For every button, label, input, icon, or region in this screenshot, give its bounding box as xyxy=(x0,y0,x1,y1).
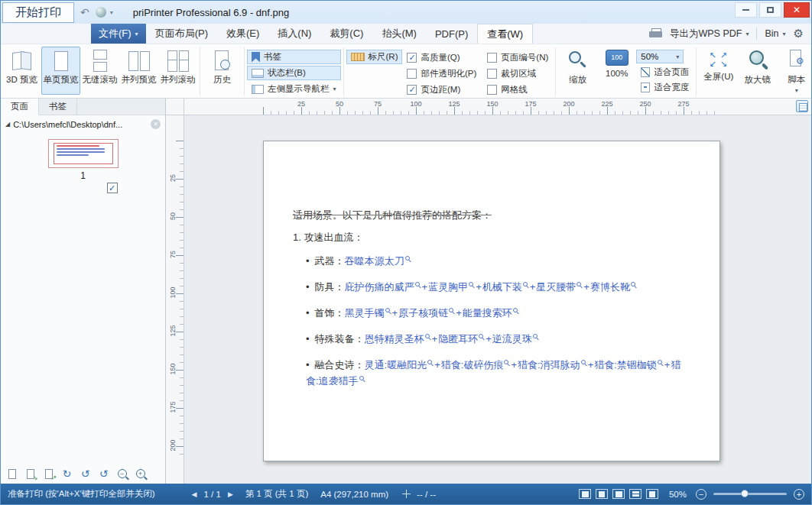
zoom-in-button[interactable]: + xyxy=(794,489,804,500)
zoom-in-icon[interactable]: + xyxy=(133,467,148,481)
search-magnifier-icon[interactable] xyxy=(359,376,364,380)
item-link[interactable]: 恩特精灵圣杯 xyxy=(365,333,424,345)
search-magnifier-icon[interactable] xyxy=(425,334,430,338)
new-page-icon[interactable] xyxy=(5,467,19,481)
rotate-ccw-icon[interactable]: ↺ xyxy=(78,467,93,481)
zoom-100-button[interactable]: 100% xyxy=(597,47,636,95)
item-link[interactable]: 猎食:破碎伤痕 xyxy=(441,359,504,371)
tab-查看(W)[interactable]: 查看(W) xyxy=(477,24,533,44)
export-wps-pdf-button[interactable]: 导出为WPS PDF ▾ xyxy=(670,28,749,40)
search-magnifier-icon[interactable] xyxy=(533,334,538,338)
page-thumbnail[interactable]: 1 ✓ xyxy=(1,139,165,193)
checkbox-部件透明化(P)[interactable]: 部件透明化(P) xyxy=(407,68,476,79)
item-link[interactable]: 吞噬本源太刀 xyxy=(345,255,404,267)
paper-size-info[interactable]: A4 (297,210 mm) xyxy=(320,490,388,499)
panel-close-icon[interactable]: ✕ xyxy=(151,119,161,129)
zoom-level-select[interactable]: 50% ▾ xyxy=(636,50,684,63)
next-page-icon[interactable]: ▶ xyxy=(228,490,233,498)
item-link[interactable]: 蓝灵胸甲 xyxy=(428,281,468,293)
item-link[interactable]: 赛博长靴 xyxy=(590,281,630,293)
checkbox-高质量(Q)[interactable]: ✓高质量(Q) xyxy=(407,52,476,63)
single-page-button[interactable]: 单页预览 xyxy=(41,47,80,95)
view-facing-icon[interactable] xyxy=(596,489,608,499)
checkbox-裁切区域[interactable]: 裁切区域 xyxy=(487,68,548,79)
item-link[interactable]: 猎食:禁锢枷锁 xyxy=(594,359,657,371)
checkbox-页面编号(N)[interactable]: 页面编号(N) xyxy=(487,52,548,63)
item-link[interactable]: 原子核项链 xyxy=(398,307,448,319)
printer-icon[interactable] xyxy=(649,28,662,39)
page-include-checkbox[interactable]: ✓ xyxy=(107,183,118,193)
close-button[interactable]: ✕ xyxy=(784,2,810,18)
tab-file[interactable]: 文件(F) ▾ xyxy=(91,24,146,44)
quick-access-chevron-icon[interactable]: ▾ xyxy=(110,9,113,16)
start-print-button[interactable]: 开始打印 xyxy=(2,2,74,23)
import-page-icon[interactable]: ↘ xyxy=(23,467,37,481)
sidebar-tab-页面[interactable]: 页面 xyxy=(1,99,39,115)
search-magnifier-icon[interactable] xyxy=(577,282,581,286)
settings-gear-icon[interactable]: ⚙ xyxy=(794,27,804,40)
tab-插入(N)[interactable]: 插入(N) xyxy=(268,24,320,44)
statusbar-toggle[interactable]: 状态栏(B) xyxy=(247,66,341,80)
search-magnifier-icon[interactable] xyxy=(513,308,518,312)
side-by-side-button[interactable]: 并列预览 xyxy=(119,47,158,95)
maximize-button[interactable] xyxy=(759,2,781,18)
minimize-button[interactable] xyxy=(735,2,757,18)
tree-expander-icon[interactable]: ◢ xyxy=(5,121,10,128)
zoom-out-icon[interactable]: − xyxy=(115,467,129,481)
search-magnifier-icon[interactable] xyxy=(658,360,662,364)
undo-icon[interactable]: ↶ xyxy=(80,6,89,18)
item-link[interactable]: 黑灵手镯 xyxy=(345,307,385,319)
search-magnifier-icon[interactable] xyxy=(523,282,528,286)
search-magnifier-icon[interactable] xyxy=(504,360,508,364)
bookmark-toggle[interactable]: 书签 xyxy=(247,50,341,64)
item-link[interactable]: 灵通:暖融阳光 xyxy=(365,359,427,371)
search-magnifier-icon[interactable] xyxy=(581,360,586,364)
zoom-slider-handle[interactable] xyxy=(741,490,749,497)
search-magnifier-icon[interactable] xyxy=(449,308,453,312)
tab-裁剪(C)[interactable]: 裁剪(C) xyxy=(320,24,372,44)
tab-PDF(P)[interactable]: PDF(P) xyxy=(426,24,477,44)
sidebar-tab-书签[interactable]: 书签 xyxy=(39,99,77,115)
tab-效果(E)[interactable]: 效果(E) xyxy=(217,24,268,44)
ruler-toggle[interactable]: 标尺(R) xyxy=(346,50,403,64)
item-link[interactable]: 隐匿耳环 xyxy=(438,333,478,345)
checkbox-网格线[interactable]: 网格线 xyxy=(487,84,548,95)
nav-panel-toggle[interactable]: 左侧显示导航栏▾ xyxy=(247,82,341,96)
previous-page-icon[interactable]: ◀ xyxy=(192,490,197,498)
script-button[interactable]: 脚本 ▾ xyxy=(777,47,812,95)
rotate-cw-icon[interactable]: ↻ xyxy=(60,467,74,481)
fit-width-button[interactable]: 适合宽度 xyxy=(636,80,693,94)
item-link[interactable]: 逆流灵珠 xyxy=(492,333,532,345)
seamless-scroll-button[interactable]: 无缝滚动 xyxy=(80,47,119,95)
checkbox-页边距(M)[interactable]: ✓页边距(M) xyxy=(407,84,476,95)
multi-scroll-button[interactable]: 并列滚动 xyxy=(158,47,197,95)
view-continuous-icon[interactable] xyxy=(612,489,625,499)
tree-item-document[interactable]: ◢ C:\Users\mefcl\Desktop\dnf... ✕ xyxy=(1,115,165,133)
search-magnifier-icon[interactable] xyxy=(427,360,432,364)
zoom-slider[interactable] xyxy=(713,493,787,495)
history-button[interactable]: 历史 xyxy=(203,47,242,95)
view-multi-icon[interactable] xyxy=(646,489,658,499)
preview-3d-button[interactable]: 3D 预览 xyxy=(2,47,41,95)
fullscreen-button[interactable]: 全屏(U) xyxy=(699,47,738,95)
tab-抬头(M)[interactable]: 抬头(M) xyxy=(372,24,426,44)
item-link[interactable]: 机械下装 xyxy=(482,281,522,293)
rotate-180-icon[interactable]: ↺ xyxy=(96,467,111,481)
search-magnifier-icon[interactable] xyxy=(631,282,635,286)
zoom-tool-button[interactable]: 缩放 xyxy=(558,47,597,95)
search-magnifier-icon[interactable] xyxy=(415,282,420,286)
fit-page-button[interactable]: 适合页面 xyxy=(636,65,693,79)
item-link[interactable]: 庇护伤痛的威严 xyxy=(345,281,414,293)
view-single-icon[interactable] xyxy=(579,489,591,499)
search-magnifier-icon[interactable] xyxy=(479,334,483,338)
tab-页面布局(P)[interactable]: 页面布局(P) xyxy=(146,24,217,44)
view-grid-icon[interactable] xyxy=(629,489,641,499)
search-magnifier-icon[interactable] xyxy=(469,282,473,286)
item-link[interactable]: 猎食:消弭脉动 xyxy=(518,359,580,371)
item-link[interactable]: 能量搜索环 xyxy=(463,307,512,319)
page-setup-icon[interactable] xyxy=(796,100,808,112)
search-magnifier-icon[interactable] xyxy=(385,308,390,312)
export-page-icon[interactable]: ↗ xyxy=(41,467,56,481)
search-magnifier-icon[interactable] xyxy=(405,256,410,261)
magnifier-button[interactable]: 放大镜 xyxy=(738,47,777,95)
